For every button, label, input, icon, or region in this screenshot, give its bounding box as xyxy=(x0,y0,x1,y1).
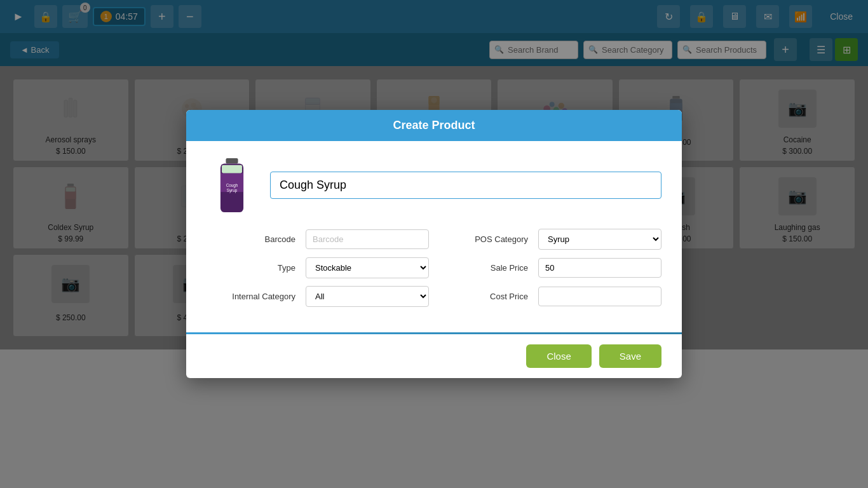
svg-rect-40 xyxy=(226,158,238,164)
product-thumbnail: Cough Syrup xyxy=(207,156,257,214)
pos-category-label: POS Category xyxy=(439,234,528,244)
create-product-modal: Create Product Cough Syrup Barcode xyxy=(186,110,682,378)
barcode-label: Barcode xyxy=(207,234,295,244)
cost-price-label: Cost Price xyxy=(439,292,528,301)
type-select[interactable]: Stockable Consumable Service xyxy=(306,257,429,278)
internal-category-select[interactable]: All Medicine Drug xyxy=(306,286,429,307)
modal-footer: Close Save xyxy=(186,334,682,378)
product-name-field[interactable] xyxy=(270,172,661,199)
pos-category-select[interactable]: Syrup Tablet Capsule Injection xyxy=(538,229,661,250)
type-label: Type xyxy=(207,263,295,273)
barcode-input[interactable] xyxy=(306,229,429,249)
form-grid: Barcode POS Category Syrup Tablet Capsul… xyxy=(207,229,661,307)
sale-price-input[interactable] xyxy=(538,258,661,278)
modal-header: Create Product xyxy=(186,110,682,141)
modal-body: Cough Syrup Barcode POS Category Syrup T… xyxy=(186,141,682,320)
modal-save-btn[interactable]: Save xyxy=(599,344,661,368)
modal-title: Create Product xyxy=(393,119,475,132)
sale-price-label: Sale Price xyxy=(439,263,528,273)
modal-overlay: Create Product Cough Syrup Barcode xyxy=(0,0,868,488)
modal-close-btn[interactable]: Close xyxy=(526,344,591,368)
modal-top-row: Cough Syrup xyxy=(207,156,661,214)
svg-text:Cough: Cough xyxy=(226,182,238,187)
svg-text:Syrup: Syrup xyxy=(227,188,238,193)
svg-rect-43 xyxy=(222,165,242,173)
cost-price-input[interactable] xyxy=(538,287,661,306)
internal-category-label: Internal Category xyxy=(207,292,295,301)
